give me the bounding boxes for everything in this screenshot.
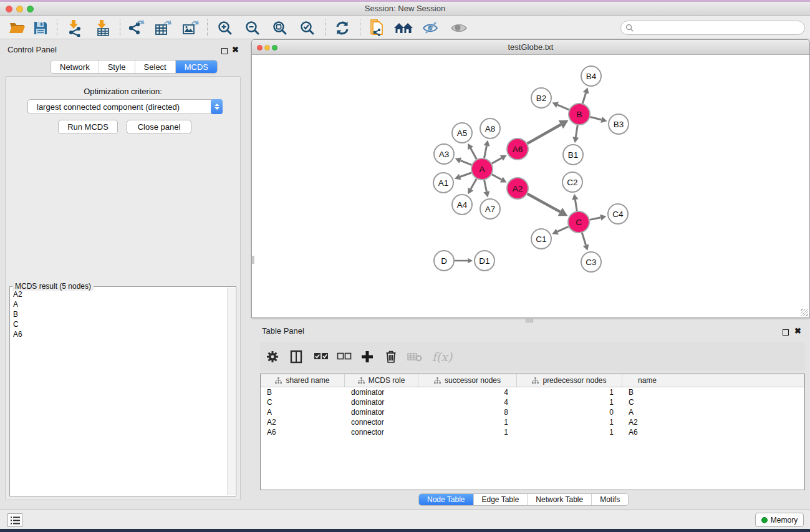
show-columns-button[interactable]	[286, 347, 306, 366]
graph-edge-B-B3[interactable]	[590, 117, 601, 120]
hide-panels-button[interactable]	[420, 19, 441, 37]
graph-edge-B-B4[interactable]	[582, 93, 586, 104]
zoom-out-button[interactable]	[242, 19, 263, 37]
result-list-item[interactable]: A	[11, 299, 226, 309]
export-image-button[interactable]	[180, 19, 201, 37]
function-builder-button[interactable]: f(x)	[430, 347, 455, 366]
close-window-icon[interactable]	[6, 6, 12, 12]
search-input[interactable]	[636, 22, 804, 34]
column-header-predecessor-nodes[interactable]: predecessor nodes	[517, 374, 622, 387]
graph-edge-A6-B[interactable]	[528, 125, 561, 143]
graph-edge-C-C1[interactable]	[557, 226, 569, 231]
graph-edge-A-A1[interactable]	[460, 173, 471, 177]
tab-network-table[interactable]: Network Table	[528, 494, 592, 505]
import-network-button[interactable]	[64, 19, 85, 37]
network-window-titlebar[interactable]: testGlobe.txt	[252, 40, 809, 55]
zoom-window-icon[interactable]	[27, 6, 34, 12]
tab-edge-table[interactable]: Edge Table	[474, 494, 528, 505]
zoom-network-icon[interactable]	[272, 45, 277, 51]
create-column-button[interactable]	[357, 347, 377, 366]
float-table-panel-icon[interactable]	[783, 327, 789, 338]
zoom-selected-button[interactable]	[297, 19, 318, 37]
home-view-button[interactable]	[393, 19, 414, 37]
edge-arrowhead	[600, 117, 607, 123]
table-row[interactable]: Bdominator41B	[261, 387, 804, 397]
graph-edge-A-A3[interactable]	[460, 160, 471, 165]
memory-button[interactable]: Memory	[755, 513, 804, 527]
graph-edge-A-A5[interactable]	[471, 148, 477, 159]
graph-edge-C-C2[interactable]	[575, 200, 577, 211]
graph-edge-B-B2[interactable]	[557, 105, 569, 110]
graph-edge-B-B1[interactable]	[576, 125, 577, 137]
tab-motifs[interactable]: Motifs	[592, 494, 628, 505]
node-table[interactable]: shared nameMCDS rolesuccessor nodesprede…	[260, 374, 805, 490]
export-table-button[interactable]	[152, 19, 173, 37]
minimize-window-icon[interactable]	[16, 6, 23, 12]
deselect-all-button[interactable]	[334, 347, 354, 366]
export-network-button[interactable]	[125, 19, 147, 37]
task-history-button[interactable]	[7, 513, 22, 527]
network-canvas[interactable]: A5A8A3A1A4A7AA6A2BB2B4B3B1C2CC4C1C3DD1	[252, 55, 809, 317]
tab-select[interactable]: Select	[135, 60, 176, 73]
graph-edge-A-A6[interactable]	[492, 158, 502, 163]
table-row[interactable]: Cdominator41C	[261, 397, 804, 407]
refresh-icon	[334, 20, 350, 36]
delete-column-button[interactable]	[381, 347, 401, 366]
table-cell: dominator	[345, 388, 418, 397]
graph-edge-A-A8[interactable]	[485, 146, 487, 158]
node-label-A3: A3	[439, 150, 450, 159]
column-header-shared-name[interactable]: shared name	[261, 374, 345, 387]
graph-edge-A2-C[interactable]	[528, 194, 561, 212]
column-header-MCDS-role[interactable]: MCDS role	[345, 374, 418, 387]
close-table-panel-icon[interactable]: ✖	[794, 328, 801, 334]
control-panel: Control Panel ✖ Network Style Select MCD…	[2, 41, 244, 506]
show-panels-button[interactable]	[448, 19, 470, 37]
column-header-name[interactable]: name	[622, 374, 672, 387]
zoom-in-button[interactable]	[215, 19, 236, 37]
table-row[interactable]: A2connector11A2	[261, 417, 804, 427]
table-settings-button[interactable]	[263, 347, 282, 366]
minimize-network-icon[interactable]	[264, 45, 270, 51]
float-panel-icon[interactable]	[221, 46, 228, 57]
graph-edge-A-A4[interactable]	[471, 179, 476, 190]
zoom-in-icon	[217, 20, 233, 36]
close-panel-icon[interactable]: ✖	[232, 47, 239, 53]
node-label-B1: B1	[568, 150, 579, 160]
result-scrollbar[interactable]	[227, 288, 235, 495]
tab-node-table[interactable]: Node Table	[419, 494, 474, 505]
graph-edge-C-C3[interactable]	[582, 233, 586, 245]
clone-network-button[interactable]	[367, 19, 388, 37]
result-list-item[interactable]: C	[11, 319, 226, 329]
table-panel: Table Panel ✖	[251, 322, 810, 507]
tab-network[interactable]: Network	[51, 60, 99, 73]
select-all-button[interactable]	[311, 347, 331, 366]
vertical-scroll-nub[interactable]	[252, 256, 254, 264]
delete-table-button[interactable]	[405, 347, 425, 366]
table-row[interactable]: Adominator80A	[261, 407, 804, 417]
result-list-item[interactable]: A2	[11, 289, 226, 299]
close-panel-button[interactable]: Close panel	[127, 120, 191, 134]
save-session-button[interactable]	[30, 19, 51, 37]
close-network-icon[interactable]	[257, 45, 263, 51]
mcds-result-list[interactable]: A2ABCA6	[11, 289, 226, 495]
zoom-fit-button[interactable]	[269, 19, 291, 37]
result-list-item[interactable]: B	[11, 309, 226, 319]
network-graph[interactable]: A5A8A3A1A4A7AA6A2BB2B4B3B1C2CC4C1C3DD1	[252, 55, 809, 317]
graph-edge-C-C4[interactable]	[590, 218, 601, 220]
refresh-button[interactable]	[332, 19, 353, 37]
run-mcds-button[interactable]: Run MCDS	[58, 120, 118, 134]
tab-style[interactable]: Style	[99, 60, 135, 73]
column-header-successor-nodes[interactable]: successor nodes	[418, 374, 517, 387]
table-cell: A2	[622, 418, 672, 427]
graph-edge-A-A2[interactable]	[492, 175, 501, 180]
search-field[interactable]	[620, 21, 805, 35]
tab-mcds[interactable]: MCDS	[176, 60, 217, 73]
table-row[interactable]: A6connector11A6	[261, 427, 804, 437]
table-header-row: shared nameMCDS rolesuccessor nodesprede…	[261, 374, 804, 387]
window-resize-grip[interactable]	[801, 309, 808, 316]
open-session-button[interactable]	[7, 19, 28, 37]
graph-edge-A-A7[interactable]	[485, 180, 487, 192]
import-table-button[interactable]	[92, 19, 113, 37]
result-list-item[interactable]: A6	[11, 329, 226, 339]
optimization-criterion-select[interactable]: largest connected component (directed)	[27, 99, 223, 114]
